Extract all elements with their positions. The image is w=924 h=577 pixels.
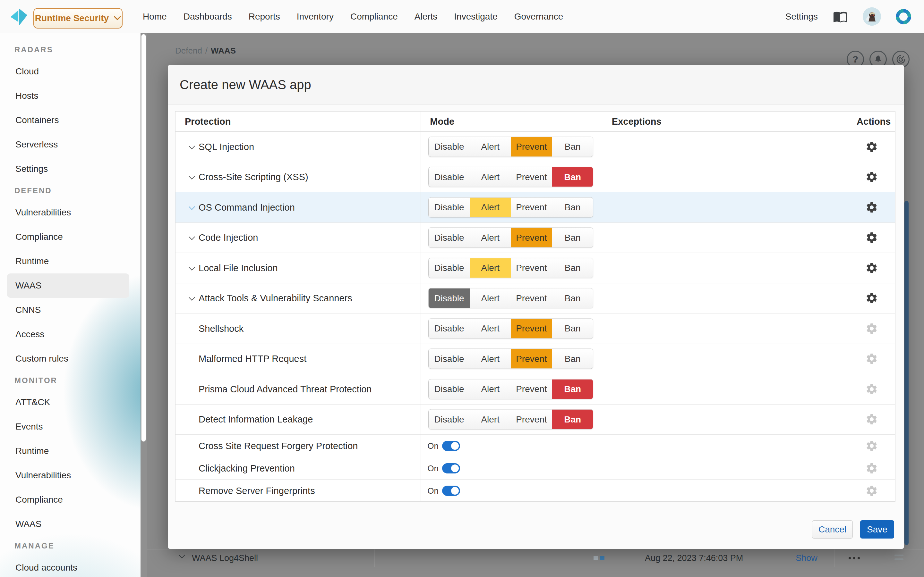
sidebar-item-defend-custom-rules[interactable]: Custom rules [0, 347, 141, 371]
nav-link-inventory[interactable]: Inventory [297, 11, 334, 22]
product-switcher[interactable]: Runtime Security [33, 8, 123, 29]
sidebar-item-defend-compliance[interactable]: Compliance [0, 225, 141, 249]
sidebar-item-monitor-events[interactable]: Events [0, 414, 141, 439]
save-button[interactable]: Save [860, 520, 894, 538]
mode-prevent-button[interactable]: Prevent [511, 137, 552, 156]
mode-alert-button[interactable]: Alert [470, 258, 511, 277]
toggle-switch[interactable] [442, 486, 460, 496]
mode-prevent-button[interactable]: Prevent [511, 197, 552, 217]
sidebar-item-defend-cnns[interactable]: CNNS [0, 298, 141, 322]
gear-icon[interactable] [865, 292, 878, 305]
modal-title: Create new WAAS app [180, 77, 311, 92]
scrollbar-thumb[interactable] [141, 34, 146, 442]
mode-disable-button[interactable]: Disable [429, 258, 469, 277]
exceptions-cell [607, 344, 848, 374]
sidebar-item-monitor-waas[interactable]: WAAS [0, 512, 141, 536]
mode-disable-button[interactable]: Disable [429, 410, 469, 429]
mode-ban-button[interactable]: Ban [552, 319, 593, 338]
nav-link-compliance[interactable]: Compliance [351, 11, 398, 22]
expand-chevron-icon[interactable] [189, 264, 195, 271]
sidebar-item-radars-cloud[interactable]: Cloud [0, 59, 141, 84]
mode-prevent-button[interactable]: Prevent [511, 228, 552, 247]
protection-label: Cross Site Request Forgery Protection [199, 440, 358, 451]
sidebar-item-defend-runtime[interactable]: Runtime [0, 249, 141, 274]
mode-prevent-button[interactable]: Prevent [511, 258, 552, 277]
mode-prevent-button[interactable]: Prevent [511, 288, 552, 308]
mode-disable-button[interactable]: Disable [429, 288, 469, 308]
mode-prevent-button[interactable]: Prevent [511, 349, 552, 369]
mode-disable-button[interactable]: Disable [429, 197, 469, 217]
mode-alert-button[interactable]: Alert [470, 319, 511, 338]
mode-cell: On [420, 480, 607, 502]
nav-link-reports[interactable]: Reports [249, 11, 280, 22]
toggle-switch[interactable] [442, 463, 460, 474]
mode-ban-button[interactable]: Ban [552, 137, 593, 156]
docs-book-icon[interactable] [832, 8, 849, 25]
mode-prevent-button[interactable]: Prevent [511, 319, 552, 338]
expand-chevron-icon[interactable] [189, 203, 195, 210]
sidebar-scrollbar[interactable] [141, 33, 147, 577]
sidebar-item-monitor-runtime[interactable]: Runtime [0, 439, 141, 463]
sidebar-item-manage-cloud-accounts[interactable]: Cloud accounts [0, 556, 141, 577]
expand-chevron-icon[interactable] [189, 173, 195, 179]
mode-ban-button[interactable]: Ban [552, 197, 593, 217]
mode-ban-button[interactable]: Ban [552, 410, 593, 429]
protection-cell: Shellshock [176, 314, 420, 343]
sidebar-item-monitor-vulnerabilities[interactable]: Vulnerabilities [0, 463, 141, 488]
sidebar-item-defend-vulnerabilities[interactable]: Vulnerabilities [0, 200, 141, 225]
gear-icon[interactable] [865, 261, 878, 274]
nav-link-dashboards[interactable]: Dashboards [184, 11, 232, 22]
exceptions-cell [607, 223, 848, 253]
nav-link-investigate[interactable]: Investigate [454, 11, 497, 22]
mode-ban-button[interactable]: Ban [552, 349, 593, 369]
product-switcher-label: Runtime Security [35, 13, 109, 23]
mode-disable-button[interactable]: Disable [429, 319, 469, 338]
sidebar-item-radars-hosts[interactable]: Hosts [0, 84, 141, 108]
toggle-switch[interactable] [442, 441, 460, 451]
mode-alert-button[interactable]: Alert [470, 197, 511, 217]
sidebar-item-radars-settings[interactable]: Settings [0, 157, 141, 181]
sidebar-item-defend-access[interactable]: Access [0, 322, 141, 347]
protection-cell: Remove Server Fingerprints [176, 480, 420, 502]
sidebar-item-radars-serverless[interactable]: Serverless [0, 132, 141, 157]
mode-ban-button[interactable]: Ban [552, 167, 593, 187]
sidebar-item-monitor-compliance[interactable]: Compliance [0, 488, 141, 512]
mode-ban-button[interactable]: Ban [552, 379, 593, 399]
mode-disable-button[interactable]: Disable [429, 349, 469, 369]
mode-ban-button[interactable]: Ban [552, 288, 593, 308]
sidebar-item-defend-waas[interactable]: WAAS [7, 274, 129, 298]
settings-link[interactable]: Settings [785, 11, 818, 22]
user-avatar[interactable] [863, 7, 881, 26]
mode-disable-button[interactable]: Disable [429, 379, 469, 399]
gear-icon[interactable] [865, 171, 878, 183]
mode-ban-button[interactable]: Ban [552, 228, 593, 247]
mode-disable-button[interactable]: Disable [429, 137, 469, 156]
nav-link-governance[interactable]: Governance [514, 11, 564, 22]
cancel-button[interactable]: Cancel [812, 520, 853, 538]
mode-alert-button[interactable]: Alert [470, 137, 511, 156]
mode-alert-button[interactable]: Alert [470, 228, 511, 247]
mode-prevent-button[interactable]: Prevent [511, 167, 552, 187]
mode-alert-button[interactable]: Alert [470, 349, 511, 369]
gear-icon[interactable] [865, 201, 878, 214]
mode-disable-button[interactable]: Disable [429, 167, 469, 187]
mode-alert-button[interactable]: Alert [470, 167, 511, 187]
gear-icon[interactable] [865, 140, 878, 153]
mode-disable-button[interactable]: Disable [429, 228, 469, 247]
mode-alert-button[interactable]: Alert [470, 288, 511, 308]
prisma-cloud-logo-icon[interactable] [895, 8, 912, 25]
expand-chevron-icon[interactable] [189, 294, 195, 301]
mode-alert-button[interactable]: Alert [470, 410, 511, 429]
mode-prevent-button[interactable]: Prevent [511, 379, 552, 399]
expand-chevron-icon[interactable] [189, 143, 195, 149]
mode-cell: DisableAlertPreventBan [420, 405, 607, 435]
mode-alert-button[interactable]: Alert [470, 379, 511, 399]
nav-link-alerts[interactable]: Alerts [415, 11, 438, 22]
sidebar-item-monitor-att-ck[interactable]: ATT&CK [0, 390, 141, 414]
nav-link-home[interactable]: Home [143, 11, 167, 22]
gear-icon[interactable] [865, 231, 878, 244]
expand-chevron-icon[interactable] [189, 234, 195, 240]
mode-prevent-button[interactable]: Prevent [511, 410, 552, 429]
mode-ban-button[interactable]: Ban [552, 258, 593, 277]
sidebar-item-radars-containers[interactable]: Containers [0, 108, 141, 132]
